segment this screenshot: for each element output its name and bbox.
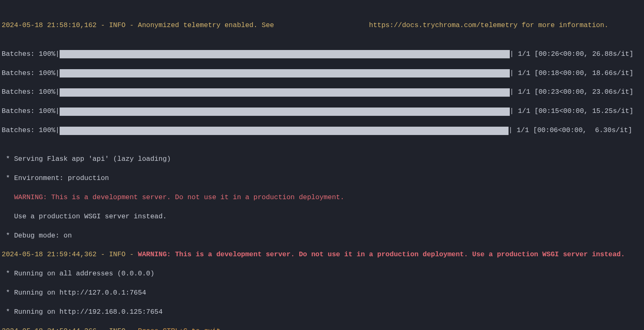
progress-timing: | 1/1 [00:15<00:00, 15.25s/it]: [510, 107, 634, 116]
progress-label: Batches: 100%|: [2, 126, 60, 135]
progress-row: Batches: 100%|| 1/1 [00:23<00:00, 23.06s…: [2, 88, 642, 97]
log-line: * Running on all addresses (0.0.0.0): [2, 269, 642, 279]
warning-line: WARNING: This is a development server. D…: [2, 193, 642, 202]
progress-bar: [60, 88, 510, 97]
log-line: * Running on http://192.168.0.125:7654: [2, 308, 642, 317]
progress-bar: [60, 69, 510, 78]
log-prefix: 2024-05-18 21:59:44,366 - INFO -: [2, 327, 138, 330]
progress-timing: | 1/1 [00:26<00:00, 26.88s/it]: [510, 50, 634, 59]
log-line: * Environment: production: [2, 174, 642, 183]
progress-timing: | 1/1 [00:18<00:00, 18.66s/it]: [510, 69, 634, 78]
progress-bar: [60, 127, 509, 135]
warning-text: WARNING: This is a development server. D…: [138, 250, 625, 258]
progress-row: Batches: 100%|| 1/1 [00:15<00:00, 15.25s…: [2, 107, 642, 116]
log-line: 2024-05-18 21:59:44,366 - INFO - Press C…: [2, 327, 642, 330]
progress-row: Batches: 100%|| 1/1 [00:26<00:00, 26.88s…: [2, 50, 642, 59]
terminal-output[interactable]: 2024-05-18 21:58:10,162 - INFO - Anonymi…: [0, 0, 644, 330]
log-line: * Running on http://127.0.0.1:7654: [2, 288, 642, 298]
hint-text: Press CTRL+C to quit: [138, 327, 221, 330]
log-line: 2024-05-18 21:59:44,362 - INFO - WARNING…: [2, 250, 642, 260]
progress-label: Batches: 100%|: [2, 107, 60, 116]
progress-row: Batches: 100%|| 1/1 [00:06<00:00, 6.30s/…: [2, 126, 642, 135]
progress-timing: | 1/1 [00:06<00:00, 6.30s/it]: [509, 126, 632, 135]
progress-row: Batches: 100%|| 1/1 [00:18<00:00, 18.66s…: [2, 69, 642, 78]
log-line: * Debug mode: on: [2, 231, 642, 241]
log-line: Use a production WSGI server instead.: [2, 212, 642, 222]
progress-bar: [60, 108, 510, 116]
log-line: * Serving Flask app 'api' (lazy loading): [2, 155, 642, 164]
log-line: 2024-05-18 21:58:10,162 - INFO - Anonymi…: [2, 21, 642, 30]
progress-label: Batches: 100%|: [2, 50, 60, 59]
progress-label: Batches: 100%|: [2, 88, 60, 97]
log-prefix: 2024-05-18 21:59:44,362 - INFO -: [2, 250, 138, 258]
progress-bar: [60, 50, 510, 58]
progress-timing: | 1/1 [00:23<00:00, 23.06s/it]: [510, 88, 634, 97]
progress-label: Batches: 100%|: [2, 69, 60, 78]
